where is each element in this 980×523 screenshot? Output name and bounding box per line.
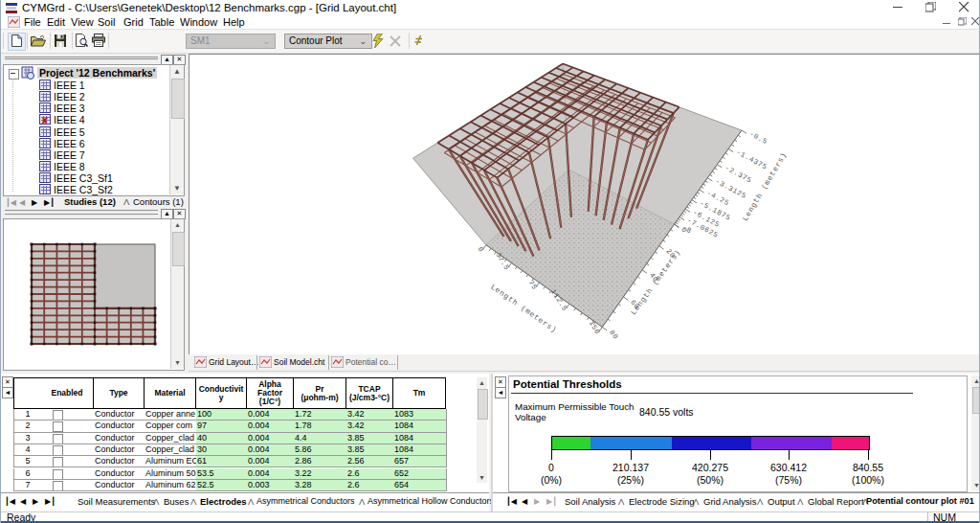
svg-text:-0.5: -0.5: [748, 130, 769, 147]
svg-text:Length (meters): Length (meters): [489, 284, 558, 335]
svg-text:0: 0: [477, 245, 485, 254]
svg-text:80: 80: [608, 329, 620, 341]
svg-text:-2.375: -2.375: [724, 164, 753, 184]
svg-text:-1.4375: -1.4375: [735, 148, 768, 171]
